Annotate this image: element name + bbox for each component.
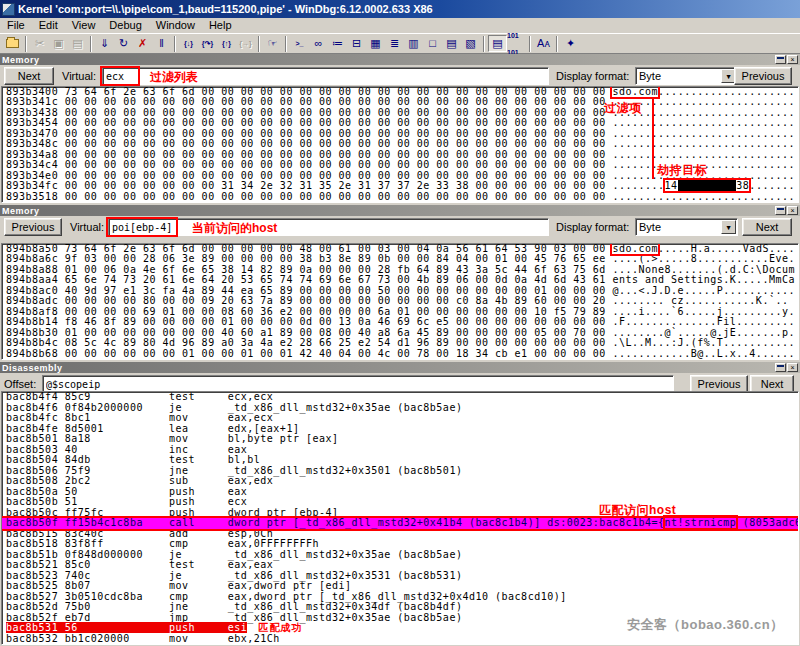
- memory2-next-button[interactable]: Next: [742, 218, 792, 236]
- menu-bar: FileEditViewDebugWindowHelp: [0, 18, 800, 33]
- memory2-previous-button[interactable]: Previous: [4, 218, 62, 236]
- memory-row: 893b3454 00 00 00 00 00 00 00 00 00 00 0…: [2, 118, 798, 129]
- disassembly-close-icon[interactable]: ×: [787, 363, 798, 372]
- cut-icon: ✂: [30, 35, 49, 52]
- source-mode-off-icon[interactable]: 101 101: [507, 35, 526, 52]
- memory1-annotation-connector-line: [652, 99, 654, 179]
- memory2-titlebar[interactable]: Memory ×: [0, 205, 800, 216]
- run-to-cursor-icon: {→}: [236, 35, 255, 52]
- toolbar-separator: [529, 36, 531, 52]
- disasm-row: bac8b50b 51 push ecx: [2, 497, 798, 508]
- disassembly-annotation-match-host: 匹配访问host: [599, 502, 676, 519]
- disasm-row: bac8b521 85c0 test eax,eax: [2, 560, 798, 571]
- break-icon[interactable]: ‖: [152, 35, 171, 52]
- registers-window-icon[interactable]: ⊟: [347, 35, 366, 52]
- toolbar: ✂▣▤⇓↻✗‖{↓}{↷}{↑}{→}☞>_∞≔⊟▦≣▥□▤▧▤101 101A…: [0, 33, 800, 54]
- memory2-virtual-label: Virtual:: [70, 221, 104, 233]
- watch-window-icon[interactable]: ∞: [309, 35, 328, 52]
- disassembly-listing[interactable]: bac8b4f4 85c9 test ecx,ecxbac8b4f6 0f84b…: [1, 391, 799, 645]
- menu-item-window[interactable]: Window: [149, 18, 202, 32]
- memory-row: 894b8adc 00 00 00 00 80 00 00 09 20 63 7…: [2, 296, 798, 307]
- source-mode-on-icon[interactable]: ▤: [488, 35, 507, 52]
- disasm-row: bac8b52d 75b0 jne _td_x86_dll_mstd32+0x3…: [2, 602, 798, 613]
- breakpoint-hand-icon[interactable]: ☞: [263, 35, 282, 52]
- callstack-window-icon[interactable]: ≣: [385, 35, 404, 52]
- disassembly-offset-label: Offset:: [4, 378, 36, 390]
- memory2-close-icon[interactable]: ×: [787, 206, 798, 215]
- window-title: Kernel 'com:port=\\.\pipe\com_1,baud=115…: [18, 3, 433, 15]
- memory-window-icon[interactable]: ▦: [366, 35, 385, 52]
- memory-row: 894b8b4c 08 5c 4c 89 80 4d 96 89 a0 3a 4…: [2, 338, 798, 349]
- memory1-virtual-highlight-box: [100, 66, 140, 86]
- disassembly-window-icon[interactable]: ▥: [404, 35, 423, 52]
- disassembly-title: Disassembly: [2, 363, 63, 373]
- memory-row: 894b8aa4 65 6e 74 73 20 61 6e 64 20 53 6…: [2, 275, 798, 286]
- disassembly-dock-icon[interactable]: [775, 363, 786, 372]
- memory-row: 894b8a6c 9f 03 00 00 28 06 3e 89 00 00 0…: [2, 254, 798, 265]
- menu-item-view[interactable]: View: [65, 18, 103, 32]
- memory1-display-format-select[interactable]: Byte ▼: [635, 67, 738, 85]
- memory1-title: Memory: [2, 55, 40, 65]
- toolbar-separator: [285, 36, 287, 52]
- menu-item-debug[interactable]: Debug: [102, 18, 148, 32]
- options-icon[interactable]: ✦: [561, 35, 580, 52]
- disasm-row: bac8b504 84db test bl,bl: [2, 455, 798, 466]
- stop-debugging-icon[interactable]: ✗: [133, 35, 152, 52]
- memory2-display-format-select[interactable]: Byte ▼: [635, 218, 738, 236]
- menu-item-edit[interactable]: Edit: [32, 18, 65, 32]
- scratchpad-window-icon[interactable]: □: [423, 35, 442, 52]
- toolbar-separator: [258, 36, 260, 52]
- restart-icon[interactable]: ↻: [114, 35, 133, 52]
- disassembly-titlebar[interactable]: Disassembly ×: [0, 362, 800, 373]
- font-icon[interactable]: Aᴀ: [534, 35, 553, 52]
- toolbar-separator: [483, 36, 485, 52]
- memory2-dump[interactable]: 894b8a50 73 64 6f 2e 63 6f 6d 00 00 00 0…: [1, 243, 799, 361]
- processes-window-icon[interactable]: ▤: [442, 35, 461, 52]
- memory2-controls: Previous Virtual: 当前访问的host Display form…: [0, 216, 800, 238]
- memory2-virtual-highlight-box: [106, 217, 178, 237]
- memory-pane-2: Memory × Previous Virtual: 当前访问的host Dis…: [0, 205, 800, 361]
- step-out-icon[interactable]: {↑}: [217, 35, 236, 52]
- memory1-previous-button[interactable]: Previous: [734, 67, 792, 85]
- command-browser-icon[interactable]: ▧: [461, 35, 480, 52]
- memory2-display-format-label: Display format:: [556, 221, 629, 233]
- watermark: 安全客（bobao.360.cn）: [627, 616, 784, 634]
- memory1-next-button[interactable]: Next: [4, 67, 54, 85]
- toolbar-separator: [25, 36, 27, 52]
- menu-item-help[interactable]: Help: [202, 18, 239, 32]
- disasm-row: bac8b525 8b07 mov eax,dword ptr [edi]: [2, 581, 798, 592]
- step-into-icon[interactable]: {↓}: [179, 35, 198, 52]
- open-source-file-icon[interactable]: [3, 35, 22, 52]
- menu-item-file[interactable]: File: [0, 18, 32, 32]
- locals-window-icon[interactable]: ≔: [328, 35, 347, 52]
- dropdown-arrow-icon[interactable]: ▼: [721, 220, 736, 234]
- memory1-dock-icon[interactable]: [775, 55, 786, 64]
- memory2-title: Memory: [2, 206, 40, 216]
- disasm-row: bac8b4fc 8bc1 mov eax,ecx: [2, 413, 798, 424]
- memory-row: 893b34fc 00 00 00 00 00 00 00 00 31 34 2…: [2, 181, 798, 192]
- memory1-annotation-filter-item: 过滤项: [604, 100, 642, 117]
- memory1-annotation-hijack-target: 劫持目标: [657, 162, 707, 179]
- memory2-dock-icon[interactable]: [775, 206, 786, 215]
- disasm-row: bac8b532 bb1c020000 mov ebx,21Ch: [2, 634, 798, 645]
- memory-row: 894b8b68 00 00 00 00 00 00 01 00 00 01 0…: [2, 349, 798, 360]
- memory-row: 893b341c 00 00 00 00 00 00 00 00 00 00 0…: [2, 97, 798, 108]
- windbg-window: Kernel 'com:port=\\.\pipe\com_1,baud=115…: [0, 0, 800, 646]
- disassembly-pane: Disassembly × Offset: Previous Next bac8…: [0, 362, 800, 646]
- memory-row: 893b3518 00 00 00 00 00 00 00 00 00 00 0…: [2, 192, 798, 203]
- disasm-row: bac8b50f ff15b4c1c8ba call dword ptr [_t…: [2, 518, 798, 529]
- disasm-row: bac8b508 2bc2 sub eax,edx: [2, 476, 798, 487]
- toolbar-separator: [90, 36, 92, 52]
- disasm-row: bac8b518 83f8ff cmp eax,0FFFFFFFFh: [2, 539, 798, 550]
- go-icon[interactable]: ⇓: [95, 35, 114, 52]
- windbg-icon: [2, 3, 15, 16]
- step-over-icon[interactable]: {↷}: [198, 35, 217, 52]
- disasm-row: bac8b4f4 85c9 test ecx,ecx: [2, 392, 798, 403]
- memory1-close-icon[interactable]: ×: [787, 55, 798, 64]
- memory1-titlebar[interactable]: Memory ×: [0, 54, 800, 65]
- command-window-icon[interactable]: >_: [290, 35, 309, 52]
- memory-row: 894b8b14 f8 46 8f 89 00 00 00 00 01 00 0…: [2, 317, 798, 328]
- title-bar[interactable]: Kernel 'com:port=\\.\pipe\com_1,baud=115…: [0, 0, 800, 18]
- memory1-dump[interactable]: 893b3400 73 64 6f 2e 63 6f 6d 00 00 00 0…: [1, 86, 799, 204]
- memory-pane-1: Memory × Next Virtual: 过滤列表 Display form…: [0, 54, 800, 204]
